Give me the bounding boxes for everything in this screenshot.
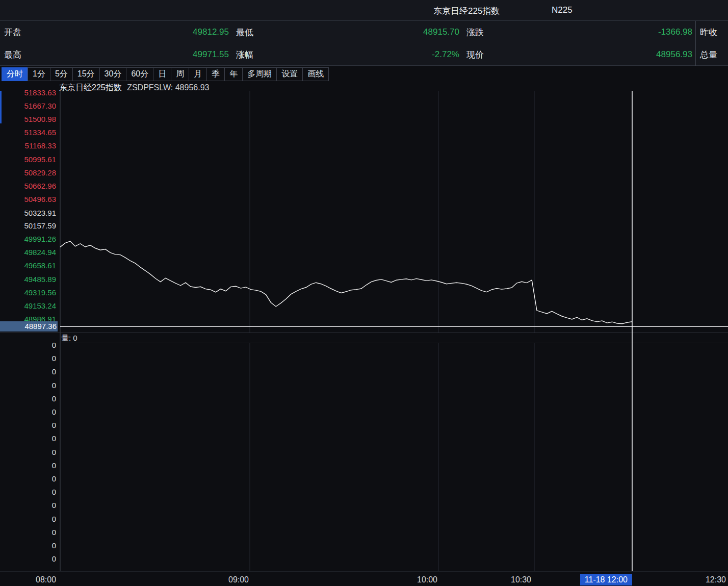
volume-axis-tick: 0: [0, 474, 56, 484]
instrument-code: N225: [552, 5, 573, 15]
chart-title-name: 东京日经225指数: [59, 83, 122, 92]
tab-month[interactable]: 月: [189, 67, 207, 81]
volume-axis-tick: 0: [0, 434, 56, 444]
volume-axis-tick: 0: [0, 514, 56, 524]
volume-axis-tick: 0: [0, 541, 56, 551]
tab-30min[interactable]: 30分: [99, 67, 127, 81]
x-axis-tick: 10:00: [417, 574, 437, 585]
quote-high-label: 最高: [4, 49, 21, 61]
titlebar: 东京日经225指数 N225: [0, 0, 728, 21]
stock-chart-app: 东京日经225指数 N225 开盘 49812.95 最低 48915.70 涨…: [0, 0, 728, 586]
quote-info-bar: 开盘 49812.95 最低 48915.70 涨跌 -1366.98 昨收 最…: [0, 21, 728, 66]
x-axis-tick: 10:30: [511, 574, 531, 585]
y-axis-tick: 50995.61: [0, 155, 56, 165]
volume-axis-tick: 0: [0, 380, 56, 391]
x-axis-tick: 08:00: [36, 574, 56, 585]
chart-title: 东京日经225指数 ZSDPFSLW: 48956.93: [59, 83, 209, 93]
quote-last-label: 现价: [466, 49, 484, 61]
chart-title-quote: ZSDPFSLW: 48956.93: [127, 83, 209, 92]
volume-axis-tick: 0: [0, 394, 56, 404]
y-axis-tick: 50829.28: [0, 168, 56, 178]
quote-change: 涨跌 -1366.98: [462, 21, 696, 43]
quote-low: 最低 48915.70: [232, 21, 462, 43]
y-axis-tick: 51334.65: [0, 128, 56, 138]
tab-multi-period[interactable]: 多周期: [242, 67, 277, 81]
quote-change-value: -1366.98: [658, 27, 692, 37]
y-axis-tick: 49319.56: [0, 288, 56, 298]
volume-axis-tick: 0: [0, 353, 56, 364]
volume-label: 量: 0: [61, 334, 77, 343]
quote-last: 现价 48956.93: [462, 43, 696, 66]
quote-prev-close: 昨收: [696, 21, 728, 43]
tab-15min[interactable]: 15分: [72, 67, 100, 81]
quote-change-label: 涨跌: [466, 27, 484, 38]
volume-axis-tick: 0: [0, 487, 56, 497]
volume-axis-tick: 0: [0, 420, 56, 430]
y-axis-tick: 49824.94: [0, 247, 56, 258]
quote-prev-close-label: 昨收: [700, 27, 717, 38]
chart-canvas: [0, 0, 728, 586]
quote-total-volume: 总量: [696, 43, 728, 66]
y-axis-tick: 50662.96: [0, 181, 56, 191]
scrollbar-thumb[interactable]: [0, 91, 2, 123]
volume-axis-tick: 0: [0, 367, 56, 377]
quote-open: 开盘 49812.95: [0, 21, 232, 43]
volume-axis-tick: 0: [0, 447, 56, 457]
x-axis-tick: 12:30: [706, 574, 726, 585]
x-axis-tick: 09:00: [228, 574, 249, 585]
quote-high: 最高 49971.55: [0, 43, 232, 66]
tab-settings[interactable]: 设置: [276, 67, 303, 81]
volume-axis-tick: 0: [0, 527, 56, 538]
tab-60min[interactable]: 60分: [126, 67, 153, 81]
tab-intraday[interactable]: 分时: [2, 67, 28, 81]
y-axis-tick: 51667.30: [0, 101, 56, 111]
quote-total-volume-label: 总量: [700, 49, 717, 61]
instrument-name: 东京日经225指数: [433, 5, 500, 17]
y-axis-tick: 51168.33: [0, 141, 56, 151]
y-axis-tick: 49658.61: [0, 261, 56, 271]
y-axis-tick: 50323.91: [0, 208, 56, 218]
volume-axis-tick: 0: [0, 500, 56, 511]
volume-axis-tick: 0: [0, 461, 56, 471]
quote-change-pct-value: -2.72%: [432, 49, 459, 60]
quote-low-label: 最低: [236, 27, 253, 38]
y-axis-tick: 51500.98: [0, 114, 56, 124]
quote-open-value: 49812.95: [193, 27, 229, 37]
volume-axis-tick: 0: [0, 340, 56, 350]
price-line: [60, 241, 632, 324]
quote-low-value: 48915.70: [423, 27, 459, 37]
y-axis-tick: 48986.91: [0, 314, 56, 324]
y-axis-tick: 49153.24: [0, 301, 56, 311]
y-axis-tick: 51833.63: [0, 88, 56, 98]
tab-draw-line[interactable]: 画线: [302, 67, 329, 81]
tab-day[interactable]: 日: [153, 67, 171, 81]
quote-last-value: 48956.93: [656, 49, 692, 60]
volume-axis-tick: 0: [0, 407, 56, 417]
quote-open-label: 开盘: [4, 27, 21, 38]
quote-high-value: 49971.55: [193, 49, 229, 60]
tab-quarter[interactable]: 季: [206, 67, 225, 81]
tab-week[interactable]: 周: [171, 67, 189, 81]
tab-year[interactable]: 年: [224, 67, 243, 81]
quote-change-pct-label: 涨幅: [236, 49, 253, 61]
crosshair-time-label: 11-18 12:00: [580, 574, 632, 585]
chart-region[interactable]: 东京日经225指数 ZSDPFSLW: 48956.93 51833.63516…: [0, 0, 728, 586]
volume-axis-tick: 0: [0, 554, 56, 564]
y-axis-tick: 50496.63: [0, 194, 56, 205]
tab-5min[interactable]: 5分: [50, 67, 73, 81]
crosshair-price-label: 48897.36: [0, 321, 58, 332]
period-tabs: 分时1分5分15分30分60分日周月季年多周期设置画线: [0, 66, 329, 82]
y-axis-tick: 49485.89: [0, 274, 56, 285]
quote-change-pct: 涨幅 -2.72%: [232, 43, 462, 66]
y-axis-tick: 49991.26: [0, 234, 56, 244]
y-axis-tick: 50157.59: [0, 221, 56, 231]
tab-1min[interactable]: 1分: [28, 67, 50, 81]
